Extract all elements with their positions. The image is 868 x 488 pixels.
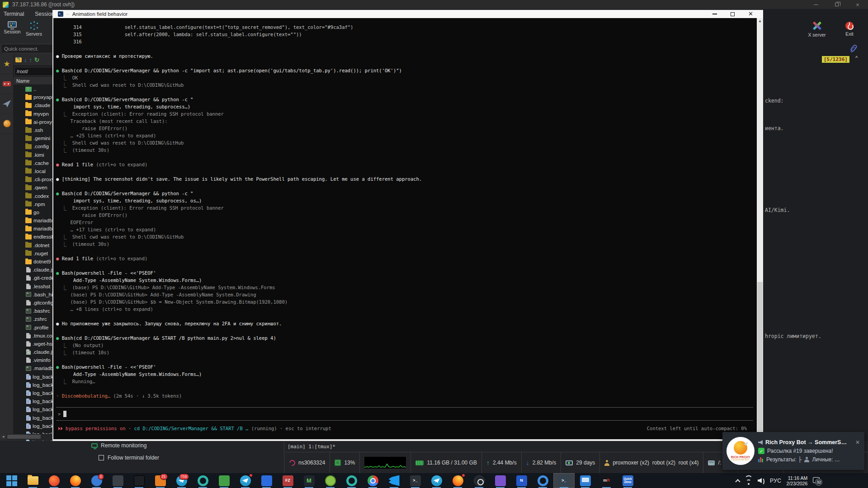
brave-browser[interactable] <box>43 473 65 488</box>
sidebar-tab-tools[interactable] <box>0 74 14 94</box>
session-button[interactable]: Session <box>2 20 23 42</box>
file-row[interactable]: .claude <box>14 101 55 109</box>
chrome-profile[interactable]: 2 <box>86 473 107 488</box>
telegram-alt[interactable]: 716 <box>171 473 192 488</box>
upload-icon[interactable]: ↑ <box>29 57 33 63</box>
file-row[interactable]: mariadb-i <box>14 216 55 225</box>
close-icon[interactable]: × <box>847 0 868 9</box>
maximize-icon[interactable] <box>731 12 735 16</box>
mobaxterm[interactable]: M <box>298 473 320 488</box>
sidebar-tab-favorites[interactable]: ★ <box>0 54 14 74</box>
remote-monitoring-toggle[interactable]: Remote monitoring <box>91 442 146 449</box>
dark-app[interactable] <box>107 473 128 488</box>
file-row[interactable]: .viminfo <box>14 356 55 364</box>
green-app[interactable] <box>213 473 235 488</box>
file-row[interactable]: .zshrc <box>14 315 55 323</box>
file-row[interactable]: .cache <box>14 159 55 167</box>
scroll-up-icon[interactable]: ▲ <box>757 19 763 23</box>
qbittorrent[interactable] <box>192 473 213 488</box>
terminal-titlebar[interactable]: >_ · Animation field behavior ✕ <box>53 10 763 18</box>
parent-folder-icon[interactable] <box>15 57 22 62</box>
follow-terminal-folder-checkbox[interactable]: Follow terminal folder <box>99 455 159 461</box>
file-row[interactable]: myvpn <box>14 110 55 118</box>
mremoteng[interactable]: mR <box>596 473 617 488</box>
obs-studio[interactable] <box>468 473 490 488</box>
file-row[interactable]: log_backu <box>14 397 55 405</box>
vertical-scrollbar[interactable]: ▲ ▼ <box>757 18 763 438</box>
file-row[interactable]: .kimi <box>14 151 55 159</box>
file-explorer[interactable] <box>22 473 43 488</box>
prompt-input[interactable]: > <box>56 407 753 421</box>
file-row[interactable]: log_backu <box>14 405 55 413</box>
file-row[interactable]: .nuget <box>14 249 55 258</box>
file-row[interactable]: proxyapis <box>14 93 55 101</box>
file-row[interactable]: endlessh <box>14 233 55 241</box>
close-icon[interactable]: ✕ <box>748 11 753 17</box>
file-row[interactable]: .codex <box>14 192 55 200</box>
file-row[interactable]: .tmux.con <box>14 332 55 340</box>
file-row[interactable]: .gitconfig <box>14 299 55 307</box>
download-icon[interactable]: ↓ <box>24 57 27 63</box>
teal-app[interactable] <box>341 473 362 488</box>
file-row[interactable]: .profile <box>14 323 55 331</box>
filezilla[interactable]: FZ <box>277 473 298 488</box>
quick-connect-input[interactable] <box>1 44 54 53</box>
minimize-icon[interactable] <box>806 0 826 9</box>
file-row[interactable]: .bash_his <box>14 291 55 299</box>
file-row[interactable]: dotnet9 <box>14 258 55 266</box>
terminal-content[interactable]: 314 self.status_label.configure(text=t("… <box>53 18 757 438</box>
scrollbar-thumb[interactable] <box>757 282 763 431</box>
edge-browser[interactable] <box>532 473 553 488</box>
file-row[interactable]: log_backu <box>14 381 55 389</box>
maximize-icon[interactable] <box>826 0 847 9</box>
minimize-icon[interactable] <box>712 14 717 14</box>
checkbox-icon[interactable] <box>99 455 104 460</box>
file-row[interactable]: .npm <box>14 200 55 208</box>
menu-terminal[interactable]: Terminal <box>4 11 24 17</box>
notepad-plus-plus[interactable] <box>320 473 341 488</box>
file-row[interactable]: .. <box>14 85 55 93</box>
language-indicator[interactable]: РУС <box>770 478 782 484</box>
purple-app[interactable] <box>490 473 511 488</box>
file-row[interactable]: go <box>14 208 55 216</box>
close-icon[interactable]: ✕ <box>854 439 861 446</box>
file-row[interactable]: ai-proxy~ <box>14 118 55 126</box>
file-row[interactable]: log_backu <box>14 414 55 422</box>
name-column-header[interactable]: Name <box>14 77 55 85</box>
vscode[interactable] <box>383 473 405 488</box>
file-row[interactable]: .wget-hst <box>14 340 55 348</box>
file-row[interactable]: .dotnet <box>14 241 55 249</box>
file-row[interactable]: .ssh <box>14 126 55 134</box>
file-row[interactable]: .claude.js <box>14 348 55 356</box>
file-row[interactable]: log_backu <box>14 389 55 397</box>
firefox-browser[interactable] <box>65 473 86 488</box>
chevron-up-icon[interactable]: ^ <box>855 55 858 61</box>
path-field[interactable]: /root/ <box>14 67 54 76</box>
file-row[interactable]: .local <box>14 167 55 175</box>
file-row[interactable]: .cli-proxy <box>14 175 55 183</box>
file-row[interactable]: log_backu <box>14 373 55 381</box>
file-row[interactable]: .mariadb_ <box>14 364 55 372</box>
file-row[interactable]: log_backu <box>14 422 55 430</box>
file-row[interactable]: .git-crede <box>14 274 55 282</box>
firefox-alt[interactable] <box>447 473 468 488</box>
wifi-icon[interactable] <box>745 478 753 483</box>
sidebar-tab-macros[interactable] <box>0 94 14 114</box>
scrollbar-thumb[interactable] <box>7 435 41 439</box>
volume-icon[interactable] <box>758 478 765 483</box>
quick-utmo[interactable]: Quick utmo <box>617 473 638 488</box>
file-row[interactable]: .qwen <box>14 183 55 192</box>
servers-button[interactable]: Servers <box>24 20 44 42</box>
powershell[interactable]: >_ <box>553 473 575 488</box>
file-row[interactable]: mariadb-c <box>14 225 55 233</box>
file-row[interactable]: .claude.js <box>14 266 55 274</box>
blue-n-app[interactable]: N <box>511 473 532 488</box>
sidebar-tab-network[interactable] <box>0 114 14 134</box>
tray-expand-icon[interactable] <box>735 479 740 484</box>
scroll-left-icon[interactable]: ◄ <box>0 434 6 440</box>
anydesk[interactable] <box>575 473 596 488</box>
file-row[interactable]: .config <box>14 142 55 150</box>
black-app[interactable] <box>128 473 150 488</box>
file-row[interactable]: .bashrc <box>14 307 55 315</box>
blue-app[interactable] <box>256 473 277 488</box>
